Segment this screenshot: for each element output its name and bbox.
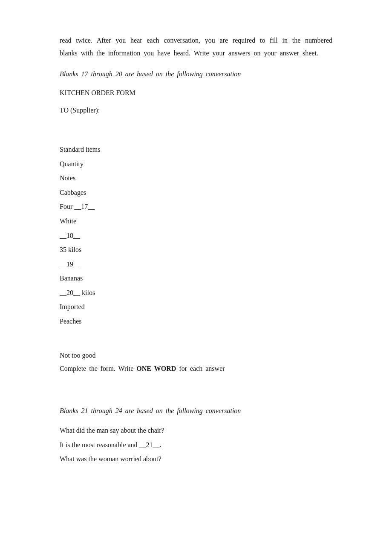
complete-line-before: Complete the form. Write — [60, 365, 136, 372]
notes-label: Notes — [60, 171, 332, 185]
woman-worried-question: What was the woman worried about? — [60, 452, 332, 466]
not-too-good-label: Not too good — [60, 348, 332, 363]
blanks-21-24-label: Blanks 21 through 24 are based on the fo… — [60, 405, 332, 417]
complete-line-bold: ONE WORD — [136, 365, 176, 372]
bananas-label: Bananas — [60, 271, 332, 286]
blanks-17-20-label: Blanks 17 through 20 are based on the fo… — [60, 68, 332, 81]
form-section: Standard items Quantity Notes Cabbages F… — [60, 142, 332, 329]
form-title: KITCHEN ORDER FORM — [60, 87, 332, 99]
answer-21: It is the most reasonable and __21__. — [60, 438, 332, 452]
chair-question: What did the man say about the chair? — [60, 423, 332, 438]
four-17-row: Four __17__ — [60, 199, 332, 214]
blank-18-row: __18__ — [60, 228, 332, 243]
cabbages-label: Cabbages — [60, 185, 332, 200]
standard-items-label: Standard items — [60, 142, 332, 157]
blanks-21-24-section: Blanks 21 through 24 are based on the fo… — [60, 405, 332, 466]
blank-20-kilos-row: __20__ kilos — [60, 286, 332, 300]
kilos-35-label: 35 kilos — [60, 243, 332, 257]
imported-label: Imported — [60, 300, 332, 314]
complete-line-after: for each answer — [176, 365, 225, 372]
complete-line: Complete the form. Write ONE WORD for ea… — [60, 362, 332, 375]
peaches-label: Peaches — [60, 314, 332, 329]
blank-19-row: __19__ — [60, 257, 332, 272]
white-label: White — [60, 214, 332, 228]
intro-paragraph: read twice. After you hear each conversa… — [60, 34, 332, 60]
form-to: TO (Supplier): — [60, 104, 332, 117]
quantity-label: Quantity — [60, 157, 332, 171]
